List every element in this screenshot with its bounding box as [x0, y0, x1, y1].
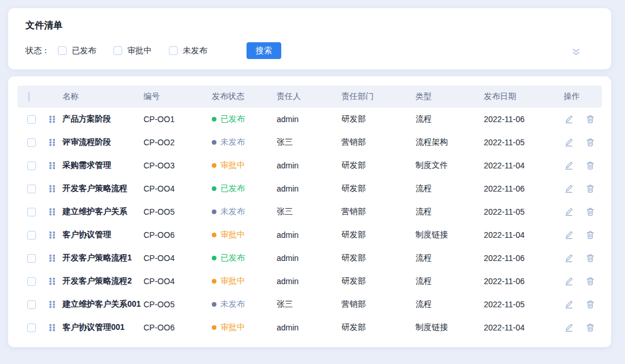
status-label: 审批中: [220, 160, 245, 171]
select-all-checkbox[interactable]: [28, 91, 30, 102]
edit-icon[interactable]: [564, 322, 574, 333]
status-badge: 已发布: [212, 183, 245, 194]
drag-handle-icon[interactable]: [49, 300, 56, 308]
status-dot-icon: [212, 163, 216, 168]
row-checkbox-cell: [17, 200, 45, 223]
doc-name: 客户协议管理: [62, 230, 111, 240]
drag-handle-icon[interactable]: [49, 277, 56, 285]
row-checkbox[interactable]: [27, 254, 36, 263]
row-checkbox[interactable]: [27, 300, 36, 309]
table-row: 开发客户策略流程1 CP-OO4 已发布 admin 研发部 流程 2022-1…: [17, 247, 602, 270]
row-checkbox-cell: [17, 293, 45, 316]
drag-handle-icon[interactable]: [49, 161, 56, 170]
status-label: 未发布: [220, 137, 245, 148]
doc-code: CP-OO1: [141, 108, 209, 131]
drag-handle-icon[interactable]: [49, 115, 56, 123]
edit-icon[interactable]: [564, 137, 574, 148]
status-cell: 审批中: [209, 223, 274, 247]
publish-date-cell: 2022-11-04: [481, 316, 561, 339]
page-background: 文件清单 状态： 已发布 审批中 未发布 搜索: [0, 0, 625, 364]
row-checkbox[interactable]: [27, 115, 36, 124]
publish-date-cell: 2022-11-05: [481, 200, 561, 223]
doc-name: 客户协议管理001: [62, 322, 124, 333]
checkbox-unpublished[interactable]: 未发布: [169, 46, 207, 56]
type-cell: 制度文件: [413, 154, 481, 177]
department-cell: 研发部: [339, 247, 413, 270]
drag-handle-icon[interactable]: [49, 185, 56, 193]
publish-date-cell: 2022-11-04: [481, 154, 561, 177]
drag-handle-icon[interactable]: [49, 138, 56, 146]
actions-cell: [561, 131, 602, 154]
delete-icon[interactable]: [585, 137, 595, 148]
status-badge: 未发布: [212, 299, 245, 310]
edit-icon[interactable]: [564, 160, 574, 171]
checkbox-published-box[interactable]: [58, 46, 67, 55]
row-checkbox-cell: [17, 108, 45, 131]
edit-icon[interactable]: [564, 207, 574, 217]
edit-icon[interactable]: [564, 183, 574, 194]
name-cell: 建立维护客户关系001: [45, 293, 141, 316]
status-cell: 审批中: [209, 154, 274, 177]
department-cell: 研发部: [339, 316, 413, 339]
owner-cell: admin: [274, 223, 339, 247]
owner-cell: admin: [274, 177, 339, 200]
name-cell: 开发客户策略流程1: [45, 247, 141, 270]
status-cell: 未发布: [209, 200, 274, 223]
name-cell: 客户协议管理001: [45, 316, 141, 339]
status-label: 审批中: [220, 230, 245, 240]
checkbox-unpublished-box[interactable]: [169, 46, 178, 55]
table-row: 开发客户策略流程 CP-OO4 已发布 admin 研发部 流程 2022-11…: [17, 177, 602, 200]
department-cell: 研发部: [339, 108, 413, 131]
delete-icon[interactable]: [585, 253, 595, 263]
delete-icon[interactable]: [585, 299, 595, 310]
row-checkbox[interactable]: [27, 185, 36, 193]
checkbox-pending[interactable]: 审批中: [113, 46, 152, 56]
row-checkbox[interactable]: [27, 208, 36, 216]
type-cell: 流程架构: [413, 131, 481, 154]
checkbox-pending-box[interactable]: [113, 46, 122, 55]
search-button[interactable]: 搜索: [247, 42, 281, 59]
publish-date-cell: 2022-11-05: [481, 131, 561, 154]
delete-icon[interactable]: [585, 160, 595, 171]
row-checkbox[interactable]: [27, 277, 36, 286]
delete-icon[interactable]: [585, 276, 595, 286]
actions-cell: [561, 177, 602, 200]
name-cell: 建立维护客户关系: [45, 200, 141, 223]
delete-icon[interactable]: [585, 230, 595, 240]
doc-code: CP-OO6: [141, 316, 209, 339]
edit-icon[interactable]: [564, 114, 574, 124]
delete-icon[interactable]: [585, 322, 595, 333]
checkbox-published[interactable]: 已发布: [58, 46, 96, 56]
row-checkbox[interactable]: [27, 323, 36, 332]
status-label: 已发布: [220, 253, 245, 263]
drag-handle-icon[interactable]: [49, 254, 56, 262]
status-dot-icon: [212, 256, 216, 260]
delete-icon[interactable]: [585, 207, 595, 217]
status-cell: 已发布: [209, 177, 274, 200]
status-cell: 审批中: [209, 316, 274, 339]
row-checkbox[interactable]: [27, 231, 36, 240]
row-checkbox-cell: [17, 316, 45, 339]
edit-icon[interactable]: [564, 253, 574, 263]
edit-icon[interactable]: [564, 230, 574, 240]
edit-icon[interactable]: [564, 299, 574, 310]
row-checkbox[interactable]: [27, 138, 36, 147]
name-cell: 开发客户策略流程2: [45, 270, 141, 293]
status-badge: 未发布: [212, 137, 245, 148]
drag-handle-icon[interactable]: [49, 208, 56, 216]
row-checkbox-cell: [17, 131, 45, 154]
double-chevron-down-icon[interactable]: [571, 47, 581, 57]
drag-handle-icon[interactable]: [49, 231, 56, 239]
edit-icon[interactable]: [564, 276, 574, 286]
actions-cell: [561, 223, 602, 247]
drag-handle-icon[interactable]: [49, 323, 56, 332]
delete-icon[interactable]: [585, 183, 595, 194]
name-cell: 客户协议管理: [45, 223, 141, 247]
status-filter-label: 状态：: [25, 46, 50, 56]
row-checkbox[interactable]: [27, 161, 36, 170]
status-badge: 未发布: [212, 207, 245, 217]
department-cell: 营销部: [339, 131, 413, 154]
doc-name: 建立维护客户关系: [62, 207, 127, 217]
delete-icon[interactable]: [585, 114, 595, 124]
status-label: 审批中: [220, 322, 245, 333]
